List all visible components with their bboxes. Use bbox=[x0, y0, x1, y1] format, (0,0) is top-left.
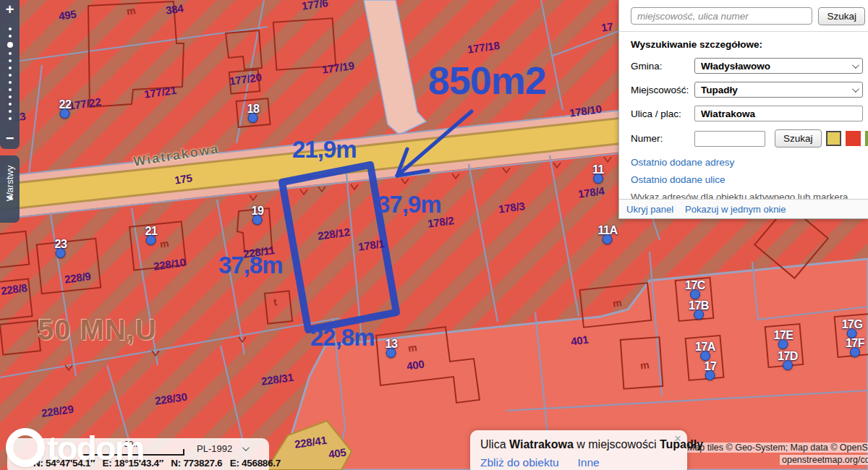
field-row-gmina: Gmina: Władysławowo bbox=[631, 58, 865, 74]
numer-search-button[interactable]: Szukaj bbox=[775, 129, 822, 148]
address-marker[interactable]: 23 bbox=[55, 239, 67, 258]
address-marker[interactable]: 17C bbox=[685, 280, 705, 299]
parcel-label: 178/3 bbox=[498, 200, 526, 215]
scale-label: 30m bbox=[80, 440, 184, 448]
chevron-down-icon bbox=[852, 85, 859, 93]
scale-widget: 30m bbox=[80, 440, 184, 456]
ulica-input[interactable] bbox=[694, 106, 863, 121]
close-icon[interactable]: × bbox=[674, 432, 681, 445]
address-marker-dot-icon bbox=[248, 113, 258, 123]
attribution-line2[interactable]: openstreetmap.org/copyright bbox=[780, 455, 868, 465]
address-marker[interactable]: 17D bbox=[778, 351, 798, 370]
parcel-label: 177/21 bbox=[143, 84, 177, 101]
parcel-label: 405 bbox=[328, 446, 347, 461]
yellow-color-swatch[interactable] bbox=[826, 131, 841, 146]
address-marker[interactable]: 17A bbox=[695, 341, 715, 361]
address-marker[interactable]: 18 bbox=[247, 103, 260, 123]
popup-city-name: Tupadły bbox=[660, 438, 703, 450]
address-marker-dot-icon bbox=[252, 215, 263, 225]
zoom-level-dot[interactable] bbox=[9, 52, 12, 55]
address-marker[interactable]: 21 bbox=[145, 226, 158, 245]
ulica-label: Ulica / plac: bbox=[631, 108, 694, 119]
map-status-bar: 30m PL-1992 N: 54°47'54.1″ E: 18°15'43.4… bbox=[7, 438, 269, 470]
numer-label: Numer: bbox=[631, 133, 694, 144]
numer-input[interactable] bbox=[694, 131, 765, 147]
address-marker-dot-icon bbox=[850, 347, 860, 357]
address-marker[interactable]: 17E bbox=[774, 330, 793, 349]
address-marker[interactable]: 13 bbox=[386, 338, 398, 358]
parcel-label: 228/10 bbox=[153, 256, 187, 273]
parcel-label: 228/30 bbox=[154, 390, 188, 407]
zoom-level-dot[interactable] bbox=[9, 74, 12, 77]
parcel-label: 178/1 bbox=[357, 237, 386, 253]
address-marker[interactable]: 17 bbox=[705, 361, 717, 380]
red-color-swatch[interactable] bbox=[846, 131, 861, 146]
address-marker-dot-icon bbox=[778, 339, 788, 349]
popup-title: Ulica Wiatrakowa w miejscowości Tupadły bbox=[480, 438, 677, 451]
address-marker[interactable]: 19 bbox=[252, 205, 264, 225]
green-color-swatch[interactable] bbox=[865, 131, 868, 146]
dimension-label: 37,9m bbox=[377, 192, 441, 216]
recent-streets-link[interactable]: Ostatnio dodane ulice bbox=[631, 174, 865, 185]
chevron-down-icon bbox=[852, 61, 859, 69]
address-marker[interactable]: 11A bbox=[598, 225, 618, 244]
parcel-label: 401 bbox=[570, 333, 590, 348]
parcel-label: 177/18 bbox=[467, 39, 501, 56]
zoom-level-dot[interactable] bbox=[9, 81, 12, 84]
zoom-level-current[interactable] bbox=[7, 42, 13, 48]
panel-footer: Ukryj panel Pokazuj w jednym oknie bbox=[619, 199, 868, 218]
address-marker[interactable]: 17F bbox=[846, 338, 864, 357]
other-actions-link[interactable]: Inne bbox=[578, 456, 600, 469]
parcel-label: 495 bbox=[58, 8, 77, 22]
zoom-control[interactable]: + − bbox=[0, 0, 20, 149]
zoom-level-dot[interactable] bbox=[9, 59, 12, 62]
field-row-ulica: Ulica / plac: bbox=[631, 106, 865, 121]
address-marker-dot-icon bbox=[56, 248, 66, 258]
miejscowosc-select[interactable]: Tupadły bbox=[694, 82, 863, 98]
single-window-link[interactable]: Pokazuj w jednym oknie bbox=[685, 204, 786, 215]
zoom-level-dot[interactable] bbox=[9, 103, 12, 106]
zoom-in-button[interactable]: + bbox=[6, 2, 14, 17]
building-label: m bbox=[407, 341, 418, 354]
zoom-level-dot[interactable] bbox=[9, 117, 12, 120]
zoom-level-dot[interactable] bbox=[9, 110, 12, 113]
building-label: m bbox=[126, 4, 137, 17]
field-row-miejscowosc: Miejscowość: Tupadły bbox=[631, 82, 865, 98]
zoom-level-dot[interactable] bbox=[9, 67, 12, 69]
road-name-label: Wiatrakowa bbox=[132, 141, 221, 169]
address-marker[interactable]: 11 bbox=[592, 164, 604, 184]
parcel-label: 228/8 bbox=[0, 281, 28, 297]
zoom-level-dot[interactable] bbox=[9, 88, 12, 91]
zoom-level-dot[interactable] bbox=[9, 35, 12, 38]
search-input[interactable] bbox=[631, 7, 812, 25]
zoom-level-slider[interactable] bbox=[7, 20, 13, 128]
cursor-coordinates: N: 54°47'54.1″ E: 18°15'43.4″ N: 773827.… bbox=[33, 458, 281, 469]
address-marker[interactable]: 22 bbox=[59, 99, 72, 119]
projection-select[interactable]: PL-1992 bbox=[197, 443, 247, 454]
scale-bar bbox=[80, 449, 184, 456]
parcel-label: 177/19 bbox=[321, 59, 355, 76]
parcel-label: 178/10 bbox=[569, 103, 603, 119]
gmina-select[interactable]: Władysławowo bbox=[694, 58, 863, 74]
address-marker-dot-icon bbox=[694, 309, 704, 320]
field-row-numer: Numer: Szukaj bbox=[631, 129, 865, 148]
zoom-level-dot[interactable] bbox=[9, 95, 12, 98]
address-marker-dot-icon bbox=[603, 234, 613, 244]
parcel-label: 228/9 bbox=[64, 270, 92, 286]
hide-panel-link[interactable]: Ukryj panel bbox=[626, 204, 673, 215]
popup-street-name: Wiatrakowa bbox=[509, 438, 574, 450]
dimension-label: 37,8m bbox=[218, 253, 283, 277]
zoom-level-dot[interactable] bbox=[9, 27, 12, 30]
recent-addresses-link[interactable]: Ostatnio dodane adresy bbox=[631, 157, 865, 168]
dimension-label: 850m2 bbox=[428, 61, 546, 100]
zoom-to-object-link[interactable]: Zbliż do obiektu bbox=[480, 456, 559, 469]
address-marker[interactable]: 17G bbox=[842, 319, 863, 338]
address-marker-dot-icon bbox=[783, 360, 793, 370]
zoom-out-button[interactable]: − bbox=[6, 131, 14, 145]
search-button[interactable]: Szukaj bbox=[818, 7, 865, 25]
quick-search-row: Szukaj bbox=[619, 0, 868, 32]
building-label: m bbox=[612, 296, 623, 309]
layers-panel-tab[interactable]: Warstwy ◀ bbox=[0, 155, 20, 223]
address-marker[interactable]: 17B bbox=[689, 300, 709, 320]
chevron-down-icon bbox=[242, 444, 250, 451]
